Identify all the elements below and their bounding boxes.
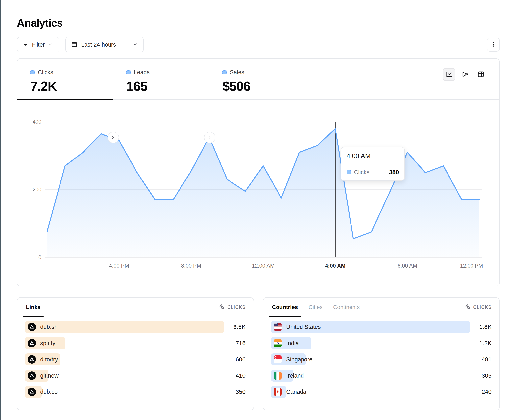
tab-continents[interactable]: Continents bbox=[332, 297, 361, 317]
row-value: 481 bbox=[482, 356, 492, 363]
metric-value: $506 bbox=[222, 79, 305, 94]
chevron-down-icon bbox=[48, 42, 53, 48]
chart-canvas: 02004004:00 PM8:00 PM12:00 AM4:00 AM8:00… bbox=[17, 100, 500, 286]
row-India[interactable]: India1.2K bbox=[271, 337, 492, 349]
row-label: Canada bbox=[286, 389, 306, 395]
leads-legend-square bbox=[126, 70, 131, 74]
chevron-down-icon bbox=[133, 42, 138, 48]
tab-clicks[interactable]: Clicks 7.2K bbox=[17, 59, 113, 100]
sales-legend-square bbox=[222, 70, 227, 74]
row-label: Singapore bbox=[286, 356, 312, 363]
links-panel: Links CLICKS dub.sh3.5Kspti.fyi716d.to/t… bbox=[17, 297, 254, 411]
row-value: 305 bbox=[482, 372, 492, 379]
tab-leads[interactable]: Leads 165 bbox=[113, 59, 209, 100]
analytics-card: Clicks 7.2K Leads 165 Sale bbox=[17, 58, 500, 286]
clicks-area-chart[interactable]: 02004004:00 PM8:00 PM12:00 AM4:00 AM8:00… bbox=[17, 100, 500, 286]
metric-label: Sales bbox=[230, 69, 244, 75]
svg-text:4:00 AM: 4:00 AM bbox=[325, 263, 345, 269]
dub-logo-icon bbox=[28, 388, 36, 396]
next-metric-button[interactable] bbox=[107, 132, 119, 143]
tab-links[interactable]: Links bbox=[25, 297, 41, 317]
metric-tabs: Clicks 7.2K Leads 165 Sale bbox=[17, 59, 500, 100]
cursor-click-icon bbox=[465, 304, 471, 311]
metric-value: 165 bbox=[126, 79, 209, 94]
countries-panel: Countries Cities Continents CLICKS bbox=[263, 297, 500, 411]
links-list: dub.sh3.5Kspti.fyi716d.to/try606git.new4… bbox=[17, 317, 254, 398]
row-Canada[interactable]: Canada240 bbox=[271, 386, 492, 398]
svg-text:12:00 PM: 12:00 PM bbox=[460, 263, 483, 269]
metric-value: 7.2K bbox=[30, 79, 113, 94]
metric-label: Leads bbox=[134, 69, 149, 75]
row-value: 1.2K bbox=[479, 340, 492, 347]
row-git.new[interactable]: git.new410 bbox=[25, 370, 246, 382]
row-United States[interactable]: United States1.8K bbox=[271, 321, 492, 333]
row-Ireland[interactable]: Ireland305 bbox=[271, 370, 492, 382]
kebab-vertical-icon bbox=[490, 41, 496, 48]
tooltip-series-label: Clicks bbox=[354, 169, 369, 175]
row-label: India bbox=[286, 340, 299, 347]
countries-list: United States1.8KIndia1.2KSingapore481Ir… bbox=[263, 317, 500, 398]
filter-button[interactable]: Filter bbox=[17, 37, 59, 52]
line-chart-icon bbox=[446, 71, 453, 79]
svg-text:4:00 PM: 4:00 PM bbox=[109, 263, 129, 269]
tab-countries[interactable]: Countries bbox=[271, 297, 299, 317]
row-value: 1.8K bbox=[479, 324, 492, 330]
flag-in-icon bbox=[274, 339, 282, 347]
svg-text:8:00 AM: 8:00 AM bbox=[397, 263, 417, 269]
links-metric-selector[interactable]: CLICKS bbox=[219, 297, 246, 317]
row-spti.fyi[interactable]: spti.fyi716 bbox=[25, 337, 246, 349]
tab-sales[interactable]: Sales $506 bbox=[209, 59, 305, 100]
countries-metric-selector[interactable]: CLICKS bbox=[465, 297, 492, 317]
more-menu-button[interactable] bbox=[487, 38, 500, 51]
flag-sg-icon bbox=[274, 355, 282, 363]
row-dub.co[interactable]: dub.co350 bbox=[25, 386, 246, 398]
row-label: Ireland bbox=[286, 372, 304, 379]
tooltip-legend-square bbox=[347, 170, 351, 174]
funnel-view-button[interactable] bbox=[459, 68, 471, 81]
row-label: dub.co bbox=[40, 389, 58, 395]
dub-logo-icon bbox=[28, 371, 36, 380]
dub-logo-icon bbox=[28, 339, 36, 347]
cursor-click-icon bbox=[219, 304, 225, 311]
metric-column-label: CLICKS bbox=[473, 305, 492, 310]
page-title: Analytics bbox=[17, 17, 500, 29]
row-label: d.to/try bbox=[40, 356, 58, 363]
clicks-legend-square bbox=[30, 70, 35, 74]
tooltip-time: 4:00 AM bbox=[341, 147, 404, 164]
links-panel-header: Links CLICKS bbox=[17, 297, 254, 317]
line-chart-view-button[interactable] bbox=[443, 68, 456, 81]
row-value: 240 bbox=[482, 389, 492, 395]
chart-view-switcher bbox=[443, 68, 487, 81]
row-label: spti.fyi bbox=[40, 340, 57, 347]
date-range-label: Last 24 hours bbox=[81, 41, 116, 48]
row-label: United States bbox=[286, 324, 321, 330]
row-value: 716 bbox=[236, 340, 246, 347]
svg-text:0: 0 bbox=[38, 254, 41, 260]
tooltip-value: 380 bbox=[389, 169, 399, 175]
table-view-button[interactable] bbox=[474, 68, 487, 81]
svg-text:12:00 AM: 12:00 AM bbox=[252, 263, 275, 269]
flag-ie-icon bbox=[274, 371, 282, 380]
window-edge-strip bbox=[0, 0, 1, 420]
row-value: 606 bbox=[236, 356, 246, 363]
metric-label: Clicks bbox=[38, 69, 53, 75]
flag-ca-icon bbox=[274, 388, 282, 396]
tab-cities[interactable]: Cities bbox=[308, 297, 323, 317]
calendar-icon bbox=[71, 41, 78, 48]
date-range-button[interactable]: Last 24 hours bbox=[65, 37, 144, 52]
row-label: dub.sh bbox=[40, 324, 58, 330]
row-dub.sh[interactable]: dub.sh3.5K bbox=[25, 321, 246, 333]
filter-button-label: Filter bbox=[32, 41, 45, 48]
svg-text:400: 400 bbox=[32, 119, 41, 125]
row-Singapore[interactable]: Singapore481 bbox=[271, 354, 492, 365]
svg-text:200: 200 bbox=[32, 187, 41, 193]
next-metric-button[interactable] bbox=[204, 132, 216, 143]
countries-panel-header: Countries Cities Continents CLICKS bbox=[263, 297, 500, 317]
row-value: 410 bbox=[236, 372, 246, 379]
toolbar: Filter Last 24 hours bbox=[17, 37, 500, 52]
flag-us-icon bbox=[274, 323, 282, 331]
svg-text:8:00 PM: 8:00 PM bbox=[181, 263, 201, 269]
analytics-page: Analytics Filter Last bbox=[0, 0, 508, 420]
dub-logo-icon bbox=[28, 323, 36, 331]
row-d.to/try[interactable]: d.to/try606 bbox=[25, 354, 246, 365]
